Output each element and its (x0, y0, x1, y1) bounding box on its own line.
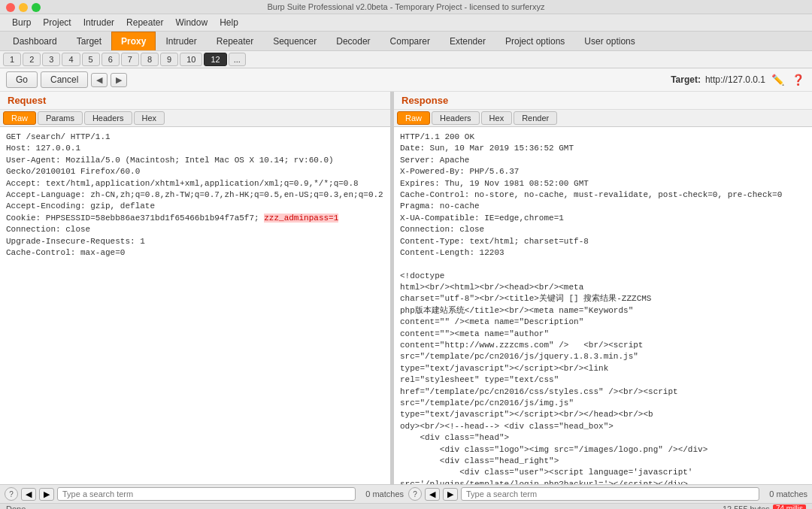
left-match-count: 0 matches (359, 489, 404, 498)
num-tabs-bar: 1 2 3 4 5 6 7 8 9 10 12 ... (0, 51, 812, 68)
request-tab-raw[interactable]: Raw (3, 111, 36, 125)
tab-extender[interactable]: Extender (440, 32, 495, 50)
left-help-button[interactable]: ? (5, 487, 18, 501)
timing-badge: 74 millis (773, 504, 806, 509)
num-tab-10[interactable]: 10 (180, 53, 202, 66)
tab-comparer[interactable]: Comparer (380, 32, 440, 50)
response-tab-hex[interactable]: Hex (481, 111, 513, 125)
tab-sequencer[interactable]: Sequencer (263, 32, 326, 50)
status-bar: Done 12,555 bytes 74 millis (0, 503, 812, 509)
prev-button[interactable]: ◀ (91, 73, 108, 87)
response-tab-raw[interactable]: Raw (397, 111, 430, 125)
request-text[interactable]: GET /search/ HTTP/1.1 Host: 127.0.0.1 Us… (0, 127, 390, 484)
request-tab-headers[interactable]: Headers (84, 111, 132, 125)
menu-burp[interactable]: Burp (6, 16, 37, 29)
cancel-button[interactable]: Cancel (41, 71, 88, 88)
status-text: Done (6, 504, 26, 509)
response-tab-headers[interactable]: Headers (432, 111, 480, 125)
num-tab-8[interactable]: 8 (141, 53, 159, 66)
response-sub-tabs: Raw Headers Hex Render (394, 110, 812, 127)
bottom-bar: ? ◀ ▶ 0 matches ? ◀ ▶ 0 matches (0, 484, 812, 503)
target-info: Target: http://127.0.0.1 ✏️ ❓ (671, 74, 806, 86)
go-button[interactable]: Go (6, 71, 38, 88)
menu-repeater[interactable]: Repeater (120, 16, 169, 29)
num-tab-1[interactable]: 1 (3, 53, 21, 66)
num-tab-3[interactable]: 3 (42, 53, 60, 66)
response-panel-header: Response (394, 92, 812, 110)
response-text[interactable]: HTTP/1.1 200 OK Date: Sun, 10 Mar 2019 1… (394, 127, 812, 484)
right-next-search[interactable]: ▶ (443, 488, 458, 501)
menu-bar: Burp Project Intruder Repeater Window He… (0, 14, 812, 32)
request-tab-hex[interactable]: Hex (134, 111, 165, 125)
cookie-highlight: zzz_adminpass=1 (264, 214, 338, 223)
right-prev-search[interactable]: ◀ (425, 488, 440, 501)
close-button[interactable] (6, 3, 15, 12)
tab-project-options[interactable]: Project options (495, 32, 574, 50)
menu-window[interactable]: Window (169, 16, 214, 29)
main-content: Request Raw Params Headers Hex GET /sear… (0, 92, 812, 484)
num-tab-12[interactable]: 12 (204, 53, 226, 66)
request-panel: Request Raw Params Headers Hex GET /sear… (0, 92, 391, 484)
right-match-count: 0 matches (762, 489, 807, 498)
response-panel: Response Raw Headers Hex Render HTTP/1.1… (394, 92, 812, 484)
right-help-button[interactable]: ? (408, 487, 422, 501)
help-target-button[interactable]: ❓ (790, 74, 806, 86)
tab-user-options[interactable]: User options (574, 32, 644, 50)
tab-target[interactable]: Target (67, 32, 111, 50)
num-tab-2[interactable]: 2 (23, 53, 41, 66)
request-tab-params[interactable]: Params (38, 111, 83, 125)
target-label: Target: (671, 74, 701, 85)
toolbar-left: Go Cancel ◀ ▶ (6, 71, 127, 88)
num-tab-7[interactable]: 7 (121, 53, 139, 66)
left-prev-search[interactable]: ◀ (21, 488, 36, 501)
bottom-right-panel: ? ◀ ▶ 0 matches (408, 487, 807, 501)
status-right: 12,555 bytes 74 millis (723, 504, 806, 509)
edit-target-button[interactable]: ✏️ (770, 74, 786, 86)
tab-decoder[interactable]: Decoder (326, 32, 380, 50)
request-panel-header: Request (0, 92, 390, 110)
num-tab-6[interactable]: 6 (102, 53, 120, 66)
tab-proxy[interactable]: Proxy (111, 32, 156, 50)
maximize-button[interactable] (32, 3, 41, 12)
right-search-input[interactable] (461, 487, 759, 501)
request-sub-tabs: Raw Params Headers Hex (0, 110, 390, 127)
tab-repeater[interactable]: Repeater (207, 32, 263, 50)
request-content-area: GET /search/ HTTP/1.1 Host: 127.0.0.1 Us… (0, 127, 390, 484)
title-bar: Burp Suite Professional v2.0beta - Tempo… (0, 0, 812, 14)
bytes-count: 12,555 bytes (723, 504, 770, 509)
bottom-left-panel: ? ◀ ▶ 0 matches (5, 487, 404, 501)
left-search-input[interactable] (57, 487, 356, 501)
target-url: http://127.0.0.1 (705, 74, 765, 85)
left-next-search[interactable]: ▶ (39, 488, 54, 501)
window-title: Burp Suite Professional v2.0beta - Tempo… (267, 2, 544, 11)
num-tab-5[interactable]: 5 (82, 53, 100, 66)
menu-help[interactable]: Help (214, 16, 244, 29)
next-button[interactable]: ▶ (111, 73, 127, 87)
menu-project[interactable]: Project (37, 16, 77, 29)
num-tab-9[interactable]: 9 (160, 53, 178, 66)
tab-intruder[interactable]: Intruder (156, 32, 206, 50)
num-tab-more[interactable]: ... (229, 53, 246, 66)
menu-intruder[interactable]: Intruder (77, 16, 120, 29)
window-controls (6, 3, 41, 12)
tab-dashboard[interactable]: Dashboard (3, 32, 67, 50)
minimize-button[interactable] (19, 3, 28, 12)
toolbar: Go Cancel ◀ ▶ Target: http://127.0.0.1 ✏… (0, 68, 812, 92)
response-tab-render[interactable]: Render (514, 111, 557, 125)
num-tab-4[interactable]: 4 (62, 53, 80, 66)
main-tabs-bar: Dashboard Target Proxy Intruder Repeater… (0, 32, 812, 51)
